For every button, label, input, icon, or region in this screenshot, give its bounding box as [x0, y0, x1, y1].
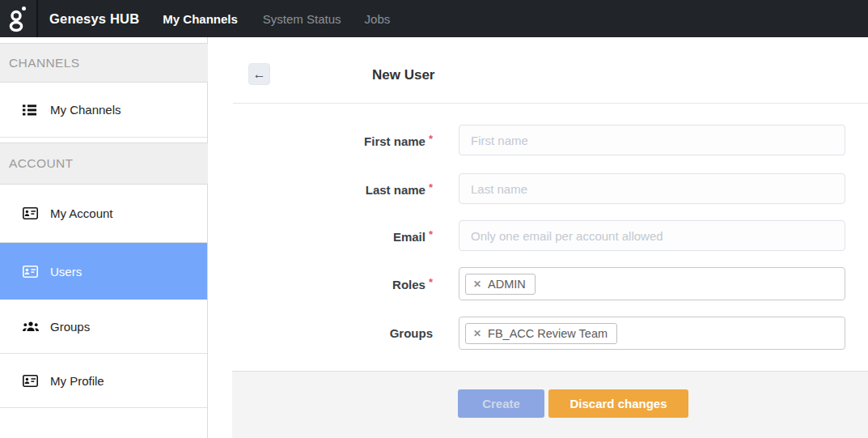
remove-tag-icon[interactable]: ✕	[473, 279, 481, 289]
sidebar-item-label: My Channels	[50, 103, 121, 117]
back-arrow-icon: ←	[253, 67, 266, 82]
nav-system-status[interactable]: System Status	[263, 12, 341, 26]
form-footer: Create Discard changes	[232, 371, 868, 438]
sidebar-item-label: My Profile	[50, 374, 104, 388]
sidebar-item-label: Groups	[50, 320, 90, 334]
group-tag-fb-acc-review-team: ✕ FB_ACC Review Team	[465, 323, 617, 344]
nav-my-channels[interactable]: My Channels	[163, 12, 238, 26]
contact-card-icon	[23, 207, 39, 219]
first-name-field[interactable]	[459, 125, 845, 155]
sidebar-item-users[interactable]: Users	[0, 243, 207, 300]
role-tag-admin: ✕ ADMIN	[465, 274, 536, 295]
email-field[interactable]	[459, 220, 845, 251]
roles-label: Roles*	[232, 276, 433, 291]
contact-card-icon	[23, 266, 39, 278]
page-title: New User	[372, 67, 434, 83]
nav-jobs[interactable]: Jobs	[365, 12, 391, 26]
contact-card-icon	[23, 375, 39, 387]
required-asterisk: *	[429, 181, 433, 193]
create-button[interactable]: Create	[458, 389, 544, 418]
list-icon	[23, 104, 39, 116]
sidebar-section-account: ACCOUNT	[0, 142, 208, 185]
sidebar-item-label: Users	[50, 265, 82, 279]
tag-label: ADMIN	[488, 278, 526, 291]
email-label: Email*	[232, 228, 433, 244]
brand-title[interactable]: Genesys HUB	[49, 11, 139, 27]
tag-label: FB_ACC Review Team	[488, 327, 608, 340]
form-row-groups: Groups ✕ FB_ACC Review Team	[232, 317, 852, 350]
first-name-label: First name*	[232, 133, 433, 148]
back-button[interactable]: ←	[248, 63, 270, 85]
sidebar-section-channels: CHANNELS	[0, 43, 208, 83]
form-row-roles: Roles* ✕ ADMIN	[232, 267, 852, 300]
sidebar-item-label: My Account	[50, 206, 113, 220]
groups-label: Groups	[232, 326, 433, 340]
genesys-logo[interactable]	[0, 0, 38, 37]
roles-multiselect[interactable]: ✕ ADMIN	[459, 267, 845, 300]
required-asterisk: *	[429, 133, 433, 145]
required-asterisk: *	[429, 276, 433, 288]
form-row-first-name: First name*	[232, 125, 852, 155]
remove-tag-icon[interactable]: ✕	[473, 329, 481, 338]
required-asterisk: *	[429, 228, 433, 240]
top-navbar: Genesys HUB My Channels System Status Jo…	[0, 0, 868, 37]
last-name-label: Last name*	[232, 181, 433, 197]
genesys-g-icon	[8, 6, 28, 32]
form-row-email: Email*	[232, 220, 852, 251]
last-name-field[interactable]	[459, 173, 845, 204]
sidebar-item-my-channels[interactable]: My Channels	[0, 83, 207, 138]
groups-multiselect[interactable]: ✕ FB_ACC Review Team	[459, 317, 845, 350]
sidebar: CHANNELS My Channels ACCOUNT	[0, 37, 208, 438]
app-window: Genesys HUB My Channels System Status Jo…	[0, 0, 868, 438]
sidebar-item-groups[interactable]: Groups	[0, 300, 207, 354]
people-icon	[23, 321, 39, 332]
discard-changes-button[interactable]: Discard changes	[548, 389, 688, 418]
header-divider	[233, 103, 868, 104]
form-row-last-name: Last name*	[232, 173, 852, 204]
new-user-panel: ← New User First name* Last name* Email*…	[232, 37, 868, 438]
sidebar-item-my-profile[interactable]: My Profile	[0, 354, 207, 408]
sidebar-item-my-account[interactable]: My Account	[0, 185, 207, 243]
